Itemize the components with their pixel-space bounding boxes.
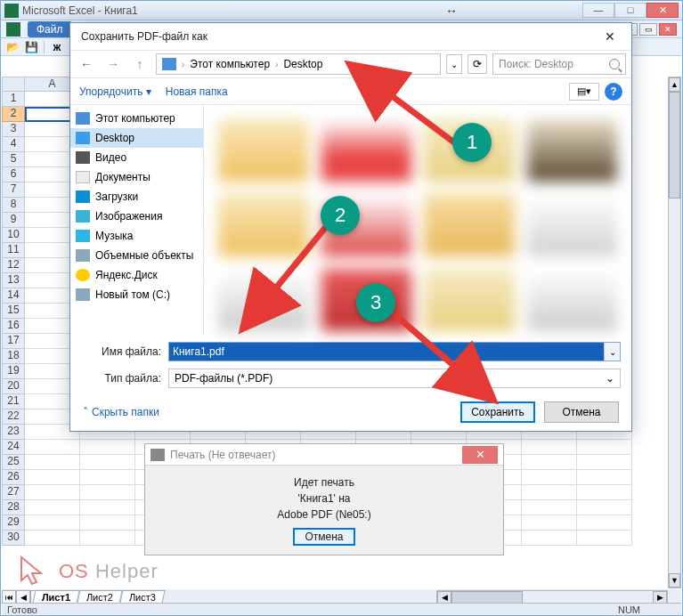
refresh-button[interactable]: ⟳ [468, 54, 487, 74]
select-all-corner[interactable] [2, 77, 25, 92]
address-bar[interactable]: › Этот компьютер › Desktop [156, 53, 441, 75]
sheet-tab-2[interactable]: Лист2 [77, 590, 123, 604]
nav-tree-item[interactable]: Объемные объекты [70, 246, 203, 265]
cell[interactable] [25, 500, 80, 515]
cell[interactable] [522, 485, 577, 500]
row-header[interactable]: 25 [2, 455, 25, 470]
cell[interactable] [577, 470, 632, 485]
cancel-button[interactable]: Отмена [544, 401, 619, 423]
row-header[interactable]: 24 [2, 440, 25, 455]
row-header[interactable]: 22 [2, 409, 25, 425]
cell[interactable] [25, 515, 80, 531]
row-header[interactable]: 18 [2, 349, 25, 364]
breadcrumb-leaf[interactable]: Desktop [283, 58, 322, 70]
nav-tree-item[interactable]: Видео [70, 148, 203, 167]
save-icon[interactable]: 💾 [23, 40, 39, 54]
row-header[interactable]: 11 [2, 243, 25, 258]
filetype-combo[interactable]: PDF-файлы (*.PDF) ⌄ [168, 369, 621, 388]
cell[interactable] [25, 485, 80, 500]
vertical-scrollbar[interactable]: ▲ ▼ [668, 77, 681, 588]
row-header[interactable]: 28 [2, 500, 25, 515]
bold-button[interactable]: ж [49, 40, 65, 54]
dialog-close-icon[interactable]: ✕ [598, 27, 622, 46]
cell[interactable] [80, 455, 135, 470]
row-header[interactable]: 29 [2, 515, 25, 531]
close-button[interactable]: ✕ [646, 3, 679, 18]
search-input[interactable]: Поиск: Desktop [492, 53, 626, 75]
hscroll-thumb[interactable] [451, 591, 523, 604]
save-button[interactable]: Сохранить [460, 401, 535, 423]
row-header[interactable]: 30 [2, 531, 25, 546]
cell[interactable] [577, 455, 632, 470]
doc-restore-button[interactable]: ▭ [639, 23, 657, 36]
cell[interactable] [25, 440, 80, 455]
sheet-tab-3[interactable]: Лист3 [120, 590, 166, 604]
scroll-thumb[interactable] [669, 92, 680, 199]
cell[interactable] [577, 485, 632, 500]
nav-tree-item[interactable]: Desktop [70, 128, 203, 148]
open-icon[interactable]: 📂 [4, 40, 20, 54]
up-button[interactable]: ↑ [129, 53, 150, 75]
cell[interactable] [522, 440, 577, 455]
row-header[interactable]: 8 [2, 198, 25, 213]
cell[interactable] [577, 440, 632, 455]
row-header[interactable]: 27 [2, 485, 25, 500]
row-header[interactable]: 13 [2, 273, 25, 288]
row-header[interactable]: 26 [2, 470, 25, 485]
minimize-button[interactable]: — [582, 3, 614, 18]
row-header[interactable]: 5 [2, 152, 25, 167]
row-header[interactable]: 10 [2, 228, 25, 243]
back-button[interactable]: ← [76, 53, 97, 75]
cell[interactable] [80, 500, 135, 515]
file-list[interactable] [204, 105, 631, 335]
cell[interactable] [522, 515, 577, 531]
row-header[interactable]: 2 [2, 107, 25, 122]
cell[interactable] [80, 515, 135, 531]
doc-close-button[interactable]: ✕ [659, 23, 677, 36]
cell[interactable] [577, 515, 632, 531]
nav-tree-item[interactable]: Яндекс.Диск [70, 265, 203, 285]
sheet-nav-prev-icon[interactable]: ◀ [16, 590, 30, 604]
row-header[interactable]: 21 [2, 394, 25, 409]
row-header[interactable]: 17 [2, 334, 25, 349]
help-button[interactable]: ? [605, 83, 622, 101]
cell[interactable] [577, 500, 632, 515]
row-header[interactable]: 12 [2, 258, 25, 273]
scroll-down-icon[interactable]: ▼ [669, 573, 680, 588]
breadcrumb-root[interactable]: Этот компьютер [190, 58, 270, 70]
nav-tree-item[interactable]: Загрузки [70, 187, 203, 207]
address-dropdown-icon[interactable]: ⌄ [446, 54, 462, 74]
nav-tree-item[interactable]: Музыка [70, 226, 203, 246]
cell[interactable] [80, 440, 135, 455]
row-header[interactable]: 23 [2, 425, 25, 440]
row-header[interactable]: 7 [2, 182, 25, 198]
cell[interactable] [522, 531, 577, 546]
row-header[interactable]: 15 [2, 304, 25, 319]
row-header[interactable]: 20 [2, 379, 25, 394]
new-folder-button[interactable]: Новая папка [166, 85, 228, 98]
cell[interactable] [522, 455, 577, 470]
scroll-up-icon[interactable]: ▲ [669, 77, 680, 92]
row-header[interactable]: 1 [2, 92, 25, 107]
nav-tree-item[interactable]: Новый том (C:) [70, 285, 203, 304]
filename-input[interactable] [169, 343, 604, 361]
cell[interactable] [25, 455, 80, 470]
row-header[interactable]: 6 [2, 167, 25, 182]
row-header[interactable]: 19 [2, 364, 25, 379]
organize-button[interactable]: Упорядочить ▾ [79, 85, 151, 98]
print-close-icon[interactable]: ✕ [462, 446, 498, 464]
sheet-tab-1[interactable]: Лист1 [32, 590, 79, 604]
cell[interactable] [80, 531, 135, 546]
nav-tree-item[interactable]: Этот компьютер [70, 109, 203, 128]
nav-tree-item[interactable]: Изображения [70, 207, 203, 226]
cell[interactable] [577, 531, 632, 546]
row-header[interactable]: 16 [2, 319, 25, 334]
hide-folders-link[interactable]: ˄Скрыть папки [83, 406, 159, 418]
cell[interactable] [25, 531, 80, 546]
cell[interactable] [80, 470, 135, 485]
sheet-nav-first-icon[interactable]: ⏮ [2, 590, 16, 604]
maximize-button[interactable]: □ [614, 3, 646, 18]
cell[interactable] [522, 470, 577, 485]
scroll-right-icon[interactable]: ▶ [653, 591, 667, 604]
cell[interactable] [80, 485, 135, 500]
